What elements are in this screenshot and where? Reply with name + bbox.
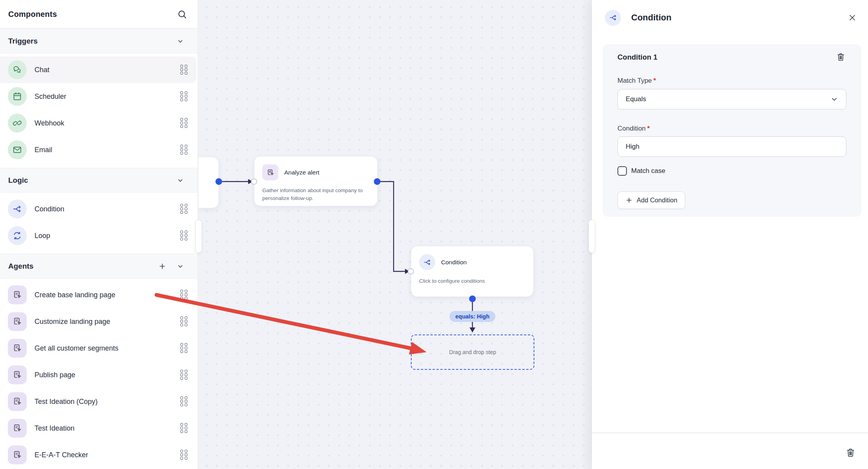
node-title: Analyze alert: [284, 169, 320, 176]
drop-target[interactable]: Drag and drop step: [411, 334, 534, 370]
item-label: Test Ideation: [35, 424, 180, 433]
sidebar-item-test-ideation[interactable]: Test Ideation: [0, 415, 198, 442]
agent-icon: [8, 312, 27, 331]
branch-icon: [419, 254, 435, 270]
sidebar-item-email[interactable]: Email: [0, 136, 198, 163]
match-case-row[interactable]: Match case: [617, 166, 846, 176]
sidebar-item-webhook[interactable]: Webhook: [0, 110, 198, 136]
panel-header: Condition: [592, 0, 868, 35]
drag-handle-icon[interactable]: [180, 91, 187, 102]
agent-icon: [8, 445, 27, 464]
section-title: Logic: [8, 176, 28, 185]
agent-icon: [8, 365, 27, 384]
match-type-select[interactable]: Equals: [617, 89, 846, 109]
panel-collapse-handle[interactable]: [588, 220, 595, 253]
section-title: Triggers: [8, 37, 38, 45]
plus-icon: [625, 196, 633, 204]
sidebar-collapse-handle[interactable]: [195, 220, 202, 253]
item-label: Email: [35, 146, 180, 154]
condition-label: Condition*: [617, 124, 846, 133]
delete-node-icon[interactable]: [845, 447, 856, 458]
sidebar-item-test-ideation-copy[interactable]: Test Ideation (Copy): [0, 388, 198, 415]
condition-value-input[interactable]: [617, 136, 846, 157]
node-title: Condition: [441, 259, 467, 266]
node-description: Gather information about input company t…: [262, 187, 369, 202]
search-icon[interactable]: [177, 9, 187, 20]
match-type-label: Match Type*: [617, 76, 846, 85]
components-sidebar: Components Triggers Chat: [0, 0, 198, 469]
condition-config-panel: Condition Condition 1 Match Type* Equals…: [592, 0, 868, 469]
sidebar-item-eeat-checker[interactable]: E-E-A-T Checker: [0, 442, 198, 468]
drag-handle-icon[interactable]: [180, 118, 187, 128]
drag-handle-icon[interactable]: [180, 145, 187, 155]
edge-condition-badge: equals: High: [449, 311, 495, 322]
item-label: Create base landing page: [35, 291, 180, 299]
item-label: Webhook: [35, 119, 180, 127]
drag-handle-icon[interactable]: [180, 370, 187, 380]
chevron-down-icon: [830, 95, 838, 103]
drag-handle-icon[interactable]: [180, 396, 187, 407]
sidebar-item-condition[interactable]: Condition: [0, 196, 198, 222]
chevron-down-icon[interactable]: [177, 38, 184, 45]
chevron-down-icon[interactable]: [177, 177, 184, 184]
chevron-down-icon[interactable]: [177, 263, 184, 270]
sidebar-item-chat[interactable]: Chat: [0, 56, 196, 83]
node-description: Click to configure conditions: [419, 277, 525, 285]
match-case-checkbox[interactable]: [617, 166, 627, 176]
node-condition[interactable]: Condition Click to configure conditions: [411, 246, 534, 297]
item-label: Get all customer segments: [35, 344, 180, 353]
agent-icon: [8, 285, 27, 304]
item-label: Loop: [35, 232, 180, 240]
match-case-label: Match case: [631, 167, 665, 175]
link-icon: [8, 114, 27, 133]
sidebar-item-create-base-landing-page[interactable]: Create base landing page: [0, 282, 198, 308]
drag-handle-icon[interactable]: [180, 65, 187, 75]
triggers-list: Chat Scheduler Webhook: [0, 53, 198, 168]
chat-icon: [8, 60, 27, 79]
drag-handle-icon[interactable]: [180, 290, 187, 300]
agent-icon: [262, 164, 278, 180]
item-label: Scheduler: [35, 93, 180, 101]
section-header-triggers[interactable]: Triggers: [0, 29, 198, 53]
agents-list: Create base landing page Customize landi…: [0, 278, 198, 469]
branch-icon: [605, 10, 621, 26]
agent-icon: [8, 392, 27, 411]
close-icon[interactable]: [848, 13, 857, 22]
calendar-icon: [8, 87, 27, 106]
drag-handle-icon[interactable]: [180, 343, 187, 353]
panel-footer-divider: [592, 433, 868, 433]
agent-icon: [8, 419, 27, 438]
drag-handle-icon[interactable]: [180, 204, 187, 214]
sidebar-title: Components: [8, 10, 57, 19]
add-condition-button[interactable]: Add Condition: [617, 191, 685, 209]
branch-icon: [8, 200, 27, 218]
sidebar-item-customize-landing-page[interactable]: Customize landing page: [0, 308, 198, 335]
item-label: Test Ideation (Copy): [35, 398, 180, 406]
item-label: E-E-A-T Checker: [35, 451, 180, 459]
drag-handle-icon[interactable]: [180, 423, 187, 433]
item-label: Condition: [35, 205, 180, 213]
logic-list: Condition Loop: [0, 193, 198, 254]
match-type-value: Equals: [626, 95, 830, 103]
sidebar-item-scheduler[interactable]: Scheduler: [0, 83, 198, 110]
drag-handle-icon[interactable]: [180, 231, 187, 241]
item-label: Customize landing page: [35, 318, 180, 326]
node-analyze-alert[interactable]: Analyze alert Gather information about i…: [254, 156, 378, 206]
add-agent-icon[interactable]: [158, 262, 167, 271]
condition-card: Condition 1 Match Type* Equals Condition…: [603, 44, 861, 217]
section-title: Agents: [8, 262, 33, 271]
partial-node[interactable]: [198, 157, 219, 208]
section-header-agents[interactable]: Agents: [0, 254, 198, 278]
workflow-canvas[interactable]: Analyze alert Gather information about i…: [198, 0, 592, 469]
sidebar-item-publish-page[interactable]: Publish page: [0, 362, 198, 388]
section-header-logic[interactable]: Logic: [0, 168, 198, 193]
sidebar-item-get-all-customer-segments[interactable]: Get all customer segments: [0, 335, 198, 362]
drag-handle-icon[interactable]: [180, 450, 187, 460]
sidebar-item-loop[interactable]: Loop: [0, 222, 198, 249]
drag-handle-icon[interactable]: [180, 316, 187, 327]
add-condition-label: Add Condition: [637, 196, 677, 204]
item-label: Chat: [35, 66, 180, 74]
loop-icon: [8, 226, 27, 245]
item-label: Publish page: [35, 371, 180, 379]
delete-condition-icon[interactable]: [836, 52, 846, 62]
